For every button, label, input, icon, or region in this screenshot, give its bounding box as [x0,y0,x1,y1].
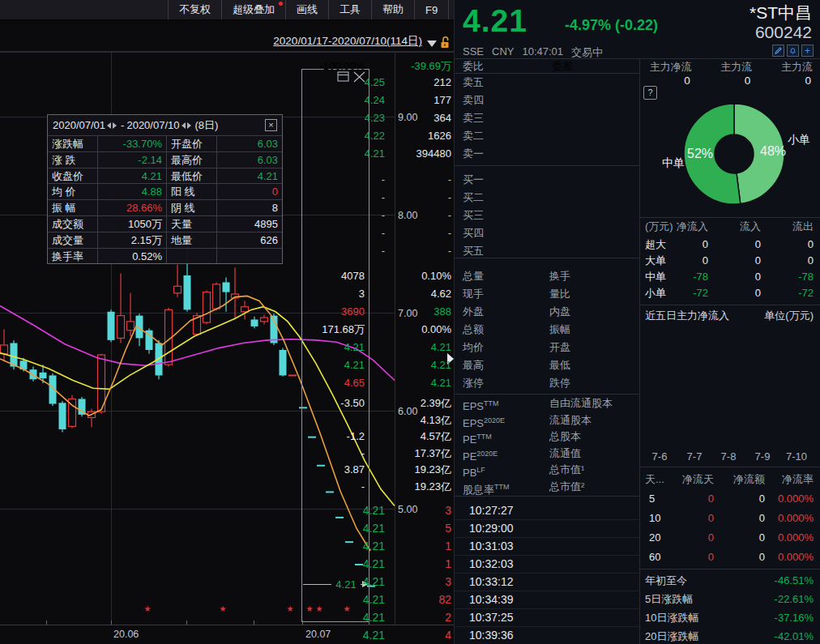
period-net-days: 0 [708,509,714,528]
menu-item-label: 工具 [340,2,361,17]
chevron-down-icon[interactable] [427,41,437,47]
stat-value: 171.68万 [322,321,365,339]
overlay-row-label: 涨 跌 [48,151,98,168]
stat-value: 3 [359,285,365,303]
menu-item-F9[interactable]: F9 [414,0,448,19]
overlay-end-date[interactable]: 2020/07/10 [126,119,179,131]
buy-level-row[interactable]: 买三-- [455,207,639,224]
weibi-row: 委比-100.00%委差-39.69万 [455,58,639,75]
tick-price: 4.21 [363,555,385,573]
flow-in-value: 0 [755,237,761,253]
sell-level-row[interactable]: 卖三4.23364 [455,109,639,127]
last-price: 4.21 [463,3,527,39]
overlay-row-value: 4.88 [98,183,167,199]
flow-unit-label: (万元) [645,219,673,235]
tick-volume: 1 [445,555,451,573]
flow-row-label: 中单 [645,269,666,285]
overlay-row-value: 4.21 [98,168,167,184]
down-candle-body [108,312,115,340]
overlay-row-label [167,248,217,264]
period-net-rate: 0.000% [778,509,814,528]
period-col-header: 天... [645,470,664,489]
flow-out-value: 0 [808,253,814,269]
menu-item-label: F9 [425,4,438,16]
fundamental-row: EPS2020E流通股本4.13亿 [455,412,639,429]
overlay-start-date[interactable]: 2020/07/01 [53,119,105,131]
stock-code: 600242 [755,23,812,42]
overlay-row-value: 6.03 [217,135,282,151]
tick-price: 4.21 [363,591,385,608]
buy-price: - [382,242,385,260]
menu-item-工具[interactable]: 工具 [328,0,371,19]
sell-level-row[interactable]: 卖五4.25212 [455,74,639,92]
buy-level-row[interactable]: 买一-- [455,171,639,189]
performance-label: 5日涨跌幅 [645,590,693,608]
five-day-axis: 7-67-77-87-97-10 [639,450,820,463]
sell-level-row[interactable]: 卖四4.24177 [455,92,639,109]
overlay-row-label: 开盘价 [167,135,217,151]
separator [455,394,639,395]
flow-in-value: 0 [755,269,761,285]
add-watchlist-icon[interactable]: + [801,45,814,57]
down-candle-body [280,350,287,375]
start-date-steppers-icon[interactable] [107,122,117,129]
stat-value: 4.21 [344,356,365,374]
period-days: 20 [649,528,660,548]
price-change: -4.97% (-0.22) [565,17,658,34]
buy-volume: - [448,224,451,242]
overlay-row-value: 4.21 [217,168,282,184]
menu-item-不复权[interactable]: 不复权 [168,0,221,19]
performance-label: 10日涨跌幅 [645,608,698,627]
end-date-steppers-icon[interactable] [182,122,191,129]
event-star-icon: ★ [344,604,351,613]
sell-level-label: 卖二 [463,127,484,145]
sell-volume: 1626 [428,127,451,145]
weicha-label: 委差 [552,58,573,75]
stat-value: 388 [433,303,451,321]
date-range-selector[interactable]: 2020/01/17-2020/07/10(114日) [273,34,422,49]
stat-label: 跌停 [549,374,570,392]
event-star-icon: ★ [306,604,314,613]
event-star-icon: ★ [316,604,323,613]
tick-time: 10:33:12 [469,573,514,591]
sell-volume: 364 [433,109,451,127]
fundamental-row: PETTM-1.2总股本4.57亿 [455,429,639,445]
up-candle-body [174,286,182,292]
period-table-header: 天...净流天净流额净流率 [639,470,820,489]
stat-value: 4078 [341,267,365,285]
flow-col-header: 流入 [740,219,761,235]
tick-time: 10:27:27 [469,501,514,519]
stat-label: 均价 [463,339,484,356]
sell-level-row[interactable]: 卖二4.221626 [455,127,639,145]
sell-level-row[interactable]: 卖一4.21394480 [455,145,639,163]
quote-toolbar: + [772,45,814,57]
buy-level-label: 买三 [463,207,484,224]
period-net-amount: 0 [759,509,765,528]
flow-header-cell: 主力流0 [700,60,761,87]
fundamental-label-right: 流通股本 [549,412,592,429]
five-day-header: 近五日主力净流入单位(万元) [639,308,820,324]
tick-price: 4.21 [363,573,385,591]
buy-volume: - [448,242,451,260]
menu-item-超级叠加[interactable]: 超级叠加 [221,0,285,19]
menu-item-label: 超级叠加 [233,2,275,17]
fundamental-value-right: 2.39亿 [421,395,451,412]
menu-item-画线[interactable]: 画线 [285,0,328,19]
candlestick-chart[interactable]: 9.008.007.006.005.004.21★★★★★★20.0620.07 [0,0,454,644]
performance-value: -42.01% [775,627,814,644]
lock-icon[interactable] [440,36,451,49]
fundamental-row: PBLF3.87总市值¹19.23亿 [455,462,639,478]
stat-value: 0.10% [421,267,451,285]
menu-item-帮助[interactable]: 帮助 [371,0,414,19]
up-candle-body [261,318,268,322]
close-icon[interactable]: × [265,119,277,131]
buy-level-row[interactable]: 买二-- [455,189,639,207]
flow-net-value: 0 [703,237,708,253]
sell-volume: 177 [433,92,451,109]
alert-bell-icon[interactable] [787,45,799,57]
flow-col-header: 流出 [792,219,814,235]
fundamental-value-right: 4.57亿 [421,429,451,445]
edit-icon[interactable] [772,45,784,57]
five-day-x-label: 7-6 [652,450,668,463]
buy-level-row[interactable]: 买四-- [455,224,639,242]
